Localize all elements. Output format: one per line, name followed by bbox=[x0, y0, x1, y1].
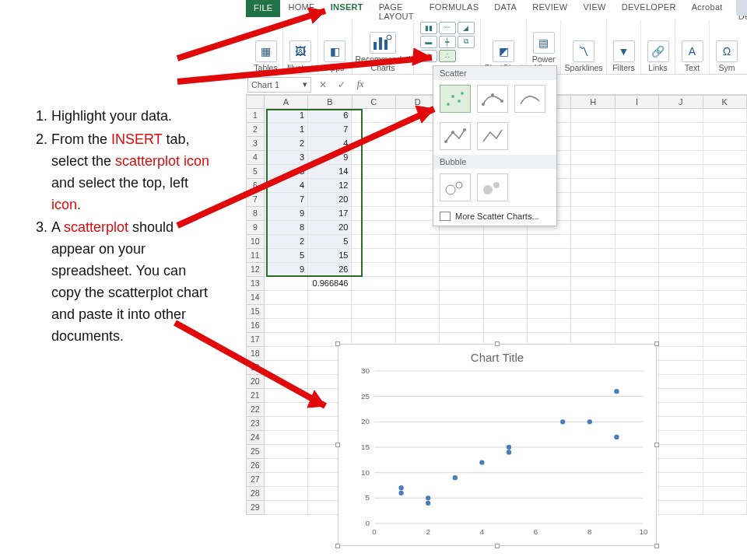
row-header[interactable]: 4 bbox=[246, 151, 265, 165]
cell[interactable] bbox=[659, 389, 703, 403]
column-header[interactable]: B bbox=[308, 95, 352, 109]
cell[interactable] bbox=[615, 249, 659, 263]
group-links[interactable]: 🔗 Links bbox=[641, 20, 675, 74]
cell[interactable] bbox=[659, 193, 703, 207]
cell[interactable] bbox=[352, 165, 395, 179]
cell[interactable] bbox=[440, 249, 483, 263]
row-header[interactable]: 17 bbox=[246, 333, 265, 347]
cell[interactable] bbox=[703, 431, 747, 445]
tab-acrobat[interactable]: Acrobat bbox=[684, 0, 731, 17]
cell[interactable] bbox=[703, 263, 747, 277]
row-header[interactable]: 29 bbox=[246, 501, 265, 515]
column-header[interactable]: C bbox=[352, 95, 396, 109]
bubble-option-2d[interactable] bbox=[440, 173, 471, 201]
cell[interactable] bbox=[571, 207, 615, 221]
resize-handle[interactable] bbox=[335, 544, 340, 548]
cell[interactable] bbox=[440, 277, 483, 291]
cell[interactable] bbox=[659, 473, 703, 487]
row-header[interactable]: 23 bbox=[246, 417, 265, 431]
cell[interactable] bbox=[352, 319, 395, 333]
cell[interactable] bbox=[484, 319, 528, 333]
cell[interactable] bbox=[659, 319, 703, 333]
cell[interactable]: 5 bbox=[308, 235, 352, 249]
cell[interactable] bbox=[703, 389, 747, 403]
cell[interactable] bbox=[352, 277, 395, 291]
cell[interactable] bbox=[703, 305, 747, 319]
cell[interactable] bbox=[528, 263, 571, 277]
cell[interactable] bbox=[396, 263, 440, 277]
cell[interactable] bbox=[659, 249, 703, 263]
group-filters[interactable]: ▼ Filters bbox=[607, 20, 641, 74]
row-header[interactable]: 11 bbox=[246, 249, 265, 263]
cell[interactable] bbox=[659, 431, 703, 445]
cell[interactable] bbox=[703, 445, 747, 459]
row-header[interactable]: 27 bbox=[246, 473, 265, 487]
row-header[interactable]: 20 bbox=[246, 375, 265, 389]
cell[interactable] bbox=[703, 375, 747, 389]
cell[interactable] bbox=[571, 151, 615, 165]
cell[interactable]: 6 bbox=[308, 109, 352, 123]
row-header[interactable]: 5 bbox=[246, 165, 265, 179]
cell[interactable]: 17 bbox=[308, 207, 352, 221]
cell[interactable] bbox=[571, 319, 615, 333]
tab-review[interactable]: REVIEW bbox=[524, 0, 575, 17]
cell[interactable]: 9 bbox=[265, 207, 308, 221]
cell[interactable] bbox=[571, 165, 615, 179]
cell[interactable] bbox=[265, 291, 308, 305]
cell[interactable] bbox=[528, 249, 571, 263]
cell[interactable] bbox=[440, 235, 483, 249]
cell[interactable] bbox=[571, 235, 615, 249]
embedded-chart[interactable]: Chart Title 0510152025300246810 bbox=[338, 344, 657, 546]
cell[interactable] bbox=[352, 123, 395, 137]
cell[interactable] bbox=[615, 291, 659, 305]
cell[interactable] bbox=[308, 291, 352, 305]
cell[interactable] bbox=[396, 319, 440, 333]
group-symbols[interactable]: Ω Sym bbox=[710, 20, 744, 74]
cell[interactable]: 2 bbox=[265, 235, 308, 249]
cell[interactable] bbox=[703, 403, 747, 417]
cell[interactable] bbox=[659, 347, 703, 361]
scatter-option-markers[interactable] bbox=[440, 85, 471, 113]
row-header[interactable]: 24 bbox=[246, 431, 265, 445]
cell[interactable] bbox=[528, 277, 571, 291]
row-header[interactable]: 14 bbox=[246, 291, 265, 305]
cell[interactable]: 26 bbox=[308, 263, 352, 277]
cell[interactable] bbox=[703, 207, 747, 221]
cell[interactable] bbox=[659, 221, 703, 235]
cell[interactable] bbox=[265, 473, 308, 487]
cell[interactable] bbox=[659, 403, 703, 417]
column-header[interactable]: H bbox=[571, 95, 615, 109]
group-apps[interactable]: ◧ Apps bbox=[318, 20, 352, 74]
cell[interactable] bbox=[703, 501, 747, 515]
row-header[interactable]: 13 bbox=[246, 277, 265, 291]
cell[interactable] bbox=[571, 305, 615, 319]
cell[interactable] bbox=[615, 263, 659, 277]
account-picture[interactable] bbox=[736, 0, 747, 16]
cell[interactable] bbox=[484, 305, 528, 319]
insert-column-chart-icon[interactable]: ▮▮ bbox=[420, 22, 437, 34]
cell[interactable] bbox=[703, 347, 747, 361]
cell[interactable] bbox=[440, 263, 483, 277]
cell[interactable] bbox=[352, 137, 395, 151]
resize-handle[interactable] bbox=[495, 341, 500, 346]
cell[interactable] bbox=[659, 151, 703, 165]
insert-area-chart-icon[interactable]: ◢ bbox=[458, 22, 475, 34]
cell[interactable] bbox=[659, 179, 703, 193]
cell[interactable] bbox=[571, 249, 615, 263]
cell[interactable] bbox=[659, 361, 703, 375]
cell[interactable] bbox=[571, 179, 615, 193]
cell[interactable] bbox=[659, 445, 703, 459]
cell[interactable] bbox=[659, 501, 703, 515]
cell[interactable] bbox=[703, 165, 747, 179]
cell[interactable] bbox=[659, 235, 703, 249]
cell[interactable] bbox=[703, 487, 747, 501]
row-header[interactable]: 25 bbox=[246, 445, 265, 459]
cell[interactable] bbox=[352, 249, 395, 263]
tab-developer[interactable]: DEVELOPER bbox=[614, 0, 684, 17]
cell[interactable] bbox=[396, 235, 440, 249]
cell[interactable] bbox=[265, 403, 308, 417]
cell[interactable] bbox=[703, 361, 747, 375]
cell[interactable] bbox=[352, 291, 395, 305]
scatter-option-smooth[interactable] bbox=[514, 85, 545, 113]
cell[interactable] bbox=[265, 389, 308, 403]
